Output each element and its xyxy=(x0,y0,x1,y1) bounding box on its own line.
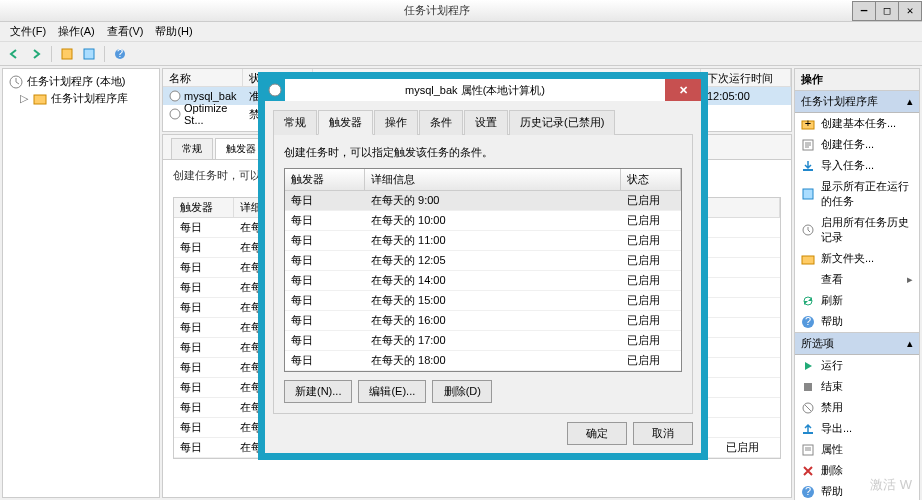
trigger-detail: 在每天的 12:05 xyxy=(365,251,621,270)
trigger-detail: 在每天的 9:00 xyxy=(365,191,621,210)
col-name[interactable]: 名称 xyxy=(163,69,243,86)
bg-tab[interactable]: 常规 xyxy=(171,138,213,159)
menu-view[interactable]: 查看(V) xyxy=(101,22,150,41)
action-folder-plus[interactable]: +创建基本任务... xyxy=(795,113,919,134)
action-running[interactable]: 显示所有正在运行的任务 xyxy=(795,176,919,212)
minimize-button[interactable]: — xyxy=(852,1,876,21)
trigger-status: 已启用 xyxy=(621,331,681,350)
window-title: 任务计划程序 xyxy=(20,3,853,18)
back-button[interactable] xyxy=(4,44,24,64)
actions-header: 操作 xyxy=(794,68,920,91)
dialog-icon xyxy=(265,83,285,97)
dlg-col-detail[interactable]: 详细信息 xyxy=(365,169,621,190)
folder-plus-icon: + xyxy=(801,117,815,131)
trigger-row[interactable]: 每日在每天的 9:00已启用 xyxy=(285,191,681,211)
collapse-icon[interactable]: ▴ xyxy=(907,95,913,108)
dialog-tab[interactable]: 常规 xyxy=(273,110,317,135)
trigger-row[interactable]: 每日在每天的 12:05已启用 xyxy=(285,251,681,271)
help-icon: ? xyxy=(801,315,815,329)
action-new-folder[interactable]: 新文件夹... xyxy=(795,248,919,269)
trigger-detail: 在每天的 17:00 xyxy=(365,331,621,350)
trigger-row[interactable]: 每日在每天的 15:00已启用 xyxy=(285,291,681,311)
action-label: 创建基本任务... xyxy=(821,116,896,131)
trigger-row[interactable]: 每日在每天的 14:00已启用 xyxy=(285,271,681,291)
ok-button[interactable]: 确定 xyxy=(567,422,627,445)
help-icon[interactable]: ? xyxy=(110,44,130,64)
action-history[interactable]: 启用所有任务历史记录 xyxy=(795,212,919,248)
dlg-col-status[interactable]: 状态 xyxy=(621,169,681,190)
svg-text:+: + xyxy=(805,117,811,129)
trigger-status: 已启用 xyxy=(621,371,681,372)
action-disable[interactable]: 禁用 xyxy=(795,397,919,418)
col-nextrun[interactable]: 下次运行时间 xyxy=(701,69,791,86)
expander-icon[interactable]: ▷ xyxy=(19,92,29,105)
menu-action[interactable]: 操作(A) xyxy=(52,22,101,41)
action-run[interactable]: 运行 xyxy=(795,355,919,376)
action-new-task[interactable]: 创建任务... xyxy=(795,134,919,155)
action-import[interactable]: 导入任务... xyxy=(795,155,919,176)
action-export[interactable]: 导出... xyxy=(795,418,919,439)
svg-rect-12 xyxy=(803,189,813,199)
action-refresh[interactable]: 刷新 xyxy=(795,290,919,311)
dialog-tab[interactable]: 触发器 xyxy=(318,110,373,135)
dialog-tab[interactable]: 历史记录(已禁用) xyxy=(509,110,615,135)
trigger-table: 触发器 详细信息 状态 每日在每天的 9:00已启用每日在每天的 10:00已启… xyxy=(284,168,682,372)
action-help[interactable]: ?帮助 xyxy=(795,311,919,332)
trigger-row[interactable]: 每日在每天的 11:00已启用 xyxy=(285,231,681,251)
edit-trigger-button[interactable]: 编辑(E)... xyxy=(358,380,426,403)
trigger-type: 每日 xyxy=(285,371,365,372)
trigger-detail: 在每天的 10:00 xyxy=(365,211,621,230)
collapse-icon[interactable]: ▴ xyxy=(907,337,913,350)
trigger-type: 每日 xyxy=(285,291,365,310)
tree-root-label: 任务计划程序 (本地) xyxy=(27,74,125,89)
menubar: 文件(F) 操作(A) 查看(V) 帮助(H) xyxy=(0,22,922,42)
dialog-tab[interactable]: 设置 xyxy=(464,110,508,135)
forward-button[interactable] xyxy=(26,44,46,64)
trigger-row[interactable]: 每日在每天的 18:00已启用 xyxy=(285,351,681,371)
export-icon xyxy=(801,422,815,436)
actions-section2-title: 所选项▴ xyxy=(795,333,919,355)
refresh-icon xyxy=(801,294,815,308)
action-label: 查看 xyxy=(821,272,843,287)
trigger-status: 已启用 xyxy=(621,231,681,250)
view-icon xyxy=(801,273,815,287)
svg-point-6 xyxy=(170,91,180,101)
svg-rect-19 xyxy=(803,432,813,434)
svg-point-7 xyxy=(170,109,180,119)
dialog-tab[interactable]: 操作 xyxy=(374,110,418,135)
folder-icon xyxy=(33,92,47,106)
properties-dialog: mysql_bak 属性(本地计算机) ✕ 常规触发器操作条件设置历史记录(已禁… xyxy=(264,78,702,454)
menu-file[interactable]: 文件(F) xyxy=(4,22,52,41)
maximize-button[interactable]: □ xyxy=(875,1,899,21)
svg-point-23 xyxy=(269,84,281,96)
action-properties[interactable]: 属性 xyxy=(795,439,919,460)
trigger-row[interactable]: 每日在每天的 19:00已启用 xyxy=(285,371,681,372)
menu-help[interactable]: 帮助(H) xyxy=(149,22,198,41)
task-nextrun xyxy=(701,113,791,115)
dialog-tab[interactable]: 条件 xyxy=(419,110,463,135)
action-label: 属性 xyxy=(821,442,843,457)
titlebar: 任务计划程序 — □ ✕ xyxy=(0,0,922,22)
cancel-button[interactable]: 取消 xyxy=(633,422,693,445)
task-name: Optimize St... xyxy=(184,102,237,126)
svg-rect-14 xyxy=(802,256,814,264)
new-trigger-button[interactable]: 新建(N)... xyxy=(284,380,352,403)
bg-tab[interactable]: 触发器 xyxy=(215,138,267,159)
svg-rect-0 xyxy=(62,49,72,59)
refresh-icon[interactable] xyxy=(79,44,99,64)
running-icon xyxy=(801,187,815,201)
dlg-col-trigger[interactable]: 触发器 xyxy=(285,169,365,190)
trigger-row[interactable]: 每日在每天的 10:00已启用 xyxy=(285,211,681,231)
tree-child[interactable]: ▷ 任务计划程序库 xyxy=(7,90,155,107)
new-icon[interactable] xyxy=(57,44,77,64)
tree-root[interactable]: 任务计划程序 (本地) xyxy=(7,73,155,90)
action-end[interactable]: 结束 xyxy=(795,376,919,397)
close-button[interactable]: ✕ xyxy=(898,1,922,21)
new-folder-icon xyxy=(801,252,815,266)
action-view[interactable]: 查看▸ xyxy=(795,269,919,290)
trigger-row[interactable]: 每日在每天的 17:00已启用 xyxy=(285,331,681,351)
delete-trigger-button[interactable]: 删除(D) xyxy=(432,380,492,403)
action-label: 刷新 xyxy=(821,293,843,308)
trigger-row[interactable]: 每日在每天的 16:00已启用 xyxy=(285,311,681,331)
dialog-close-button[interactable]: ✕ xyxy=(665,79,701,101)
